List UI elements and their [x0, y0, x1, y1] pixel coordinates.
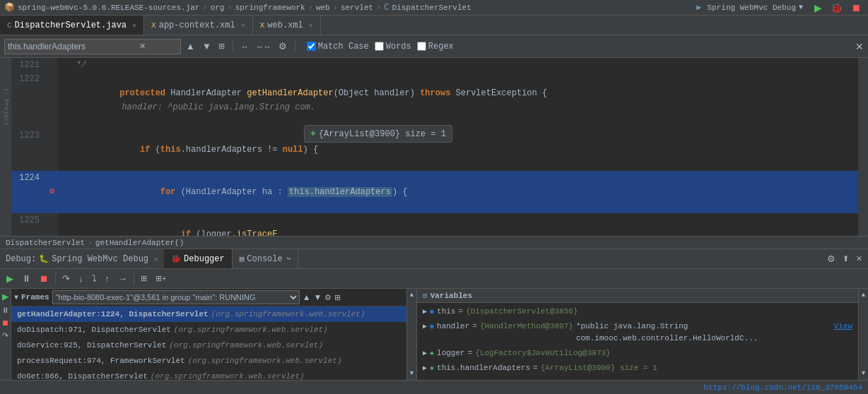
- line-code-1223: if (this.handlerAdapters != null) {: [58, 129, 858, 171]
- frames-side-scroll[interactable]: ▲ ▼: [407, 289, 417, 380]
- bc-bottom-method: getHandlerAdapter(): [95, 239, 184, 247]
- resume-side-btn[interactable]: ▶: [2, 292, 8, 302]
- frame-1-label: doDispatch:971, DispatcherServlet: [17, 324, 171, 335]
- var-item-this: ▶ ◉ this = {DispatcherServlet@3856}: [417, 304, 858, 319]
- breakpoint-icon[interactable]: ⊘: [49, 185, 55, 199]
- run-to-cursor-btn[interactable]: →: [115, 272, 131, 285]
- frame-item-0[interactable]: getHandlerAdapter:1224, DispatcherServle…: [11, 306, 406, 322]
- tab-bar: C DispatcherServlet.java ✕ X app-context…: [0, 16, 868, 35]
- tab-console[interactable]: ▤ Console ↪: [233, 249, 298, 268]
- resume-btn[interactable]: ▶: [3, 272, 17, 285]
- tab-dispatcher[interactable]: C DispatcherServlet.java ✕: [0, 16, 144, 35]
- var-item-logger: ▶ ◈ logger = {LogFactory$JavaUtilLog@387…: [417, 346, 858, 361]
- tab-web-xml-close[interactable]: ✕: [309, 21, 313, 30]
- frame-item-2[interactable]: doService:925, DispatcherServlet (org.sp…: [11, 338, 406, 353]
- evaluate-btn[interactable]: ⊞: [137, 273, 151, 285]
- step-into-my-btn[interactable]: ⤵: [88, 272, 100, 285]
- frame-4-label: doGet:866, DispatcherServlet: [17, 371, 148, 380]
- run-config-dropdown-icon: ▼: [799, 4, 803, 11]
- frame-thread-select[interactable]: "http-bio-8080-exec-1"@3,561 in group "m…: [52, 290, 300, 304]
- debug-restore-btn[interactable]: ⬆: [840, 253, 852, 265]
- frame-item-4[interactable]: doGet:866, DispatcherServlet (org.spring…: [11, 369, 406, 380]
- frame-2-label: doService:925, DispatcherServlet: [17, 340, 166, 351]
- step-into-btn[interactable]: ↓: [75, 272, 87, 285]
- line-num-1225: 1225: [11, 213, 47, 236]
- frame-filter-btn[interactable]: ⚙: [324, 293, 332, 302]
- watch-btn[interactable]: ⊞+: [152, 273, 170, 285]
- pause-btn[interactable]: ⏸: [18, 272, 35, 285]
- console-redirect-icon: ↪: [287, 255, 291, 263]
- debug-settings-btn[interactable]: ⚙: [824, 252, 838, 265]
- frames-list: getHandlerAdapter:1224, DispatcherServle…: [11, 306, 406, 380]
- var-adapters-eq: =: [533, 362, 538, 374]
- vars-side-scroll[interactable]: ▲ ▼: [858, 289, 868, 380]
- frames-header-label: Frames: [21, 293, 49, 302]
- search-next-btn[interactable]: ▼: [200, 40, 213, 52]
- stop-debug-btn[interactable]: ⏹: [36, 272, 52, 285]
- search-prev-btn[interactable]: ▲: [184, 40, 197, 52]
- tab-dispatcher-close[interactable]: ✕: [132, 21, 136, 30]
- search-find-all-btn[interactable]: ⊞: [216, 41, 227, 52]
- words-checkbox[interactable]: [375, 42, 384, 51]
- debug-session-label: Spring WebMvc Debug: [52, 254, 148, 264]
- step-over-side[interactable]: ↷: [2, 331, 8, 340]
- breadcrumb-bottom: DispatcherServlet › getHandlerAdapter(): [0, 236, 868, 249]
- debug-button[interactable]: 🐞: [828, 1, 845, 14]
- code-scrollbar[interactable]: [858, 58, 868, 236]
- status-bar: https://blog.csdn.net/itm_37650454: [0, 380, 868, 394]
- words-option[interactable]: Words: [375, 42, 411, 52]
- left-gutter: 1: Project: [0, 58, 11, 236]
- search-filter-btn[interactable]: ⚙: [276, 40, 289, 52]
- var-handler-eq: =: [472, 321, 477, 333]
- frame-up-btn[interactable]: ▲: [303, 292, 311, 302]
- frame-2-sub: (org.springframework.web.servlet): [169, 340, 323, 351]
- match-case-checkbox[interactable]: [307, 42, 316, 51]
- var-adapters-arrow[interactable]: ▶: [423, 362, 427, 374]
- pause-side-btn[interactable]: ⏸: [1, 306, 9, 314]
- step-over-btn[interactable]: ↷: [59, 272, 74, 285]
- stop-button[interactable]: ⏹: [848, 1, 864, 14]
- search-replace-btn[interactable]: ↔: [239, 42, 251, 52]
- debug-close-panel-btn[interactable]: ✕: [853, 253, 865, 265]
- var-this-arrow[interactable]: ▶: [423, 306, 427, 318]
- var-handler-view-link[interactable]: View: [834, 321, 852, 333]
- frames-expand-icon: ▼: [14, 294, 18, 302]
- bc-web: web: [316, 4, 330, 12]
- frame-expand-btn[interactable]: ⊞: [334, 293, 341, 302]
- var-logger-arrow[interactable]: ▶: [423, 347, 427, 359]
- tab-app-context-close[interactable]: ✕: [241, 21, 245, 30]
- frame-down-btn[interactable]: ▼: [314, 292, 322, 302]
- var-logger-eq: =: [468, 347, 473, 359]
- search-input[interactable]: [8, 42, 135, 52]
- var-handler-arrow[interactable]: ▶: [423, 321, 427, 333]
- search-options: Match Case Words Regex: [307, 42, 454, 52]
- frame-item-1[interactable]: doDispatch:971, DispatcherServlet (org.s…: [11, 322, 406, 338]
- line-marker-1222: [47, 72, 58, 129]
- status-url[interactable]: https://blog.csdn.net/itm_37650454: [704, 383, 862, 392]
- debug-session-icon: 🐛: [39, 254, 49, 263]
- breadcrumb-sep1: ›: [202, 3, 207, 13]
- code-view: 1221 */ 1222 protected HandlerAdapter ge…: [11, 58, 858, 236]
- regex-option[interactable]: Regex: [417, 42, 454, 52]
- debug-session-close[interactable]: ✕: [154, 255, 158, 263]
- search-replace-all-btn[interactable]: ↔↔: [254, 42, 274, 52]
- var-handler-extra: *public java.lang.String com.imooc.web.c…: [576, 321, 831, 345]
- regex-checkbox[interactable]: [417, 42, 426, 51]
- stop-side-btn[interactable]: ⏹: [1, 318, 9, 327]
- match-case-option[interactable]: Match Case: [307, 42, 369, 52]
- tab-app-context[interactable]: X app-context.xml ✕: [144, 16, 253, 35]
- frame-3-sub: (org.springframework.web.servlet): [188, 355, 342, 366]
- tab-web-xml[interactable]: X web.xml ✕: [253, 16, 321, 35]
- variables-header: ⊞ Variables: [417, 289, 858, 303]
- frame-item-3[interactable]: processRequest:974, FrameworkServlet (or…: [11, 353, 406, 369]
- tab-app-context-icon: X: [151, 21, 156, 30]
- frame-1-sub: (org.springframework.web.servlet): [174, 324, 328, 335]
- tab-debugger[interactable]: 🐞 Debugger: [164, 249, 233, 268]
- close-search-btn[interactable]: ✕: [855, 41, 864, 52]
- step-out-btn[interactable]: ↑: [102, 272, 114, 285]
- var-logger-name: logger: [437, 347, 465, 359]
- search-close-btn[interactable]: ✕: [136, 41, 148, 52]
- run-button[interactable]: ▶: [811, 1, 825, 14]
- console-icon: ▤: [240, 254, 245, 263]
- frames-header-row: ▼ Frames "http-bio-8080-exec-1"@3,561 in…: [11, 289, 406, 306]
